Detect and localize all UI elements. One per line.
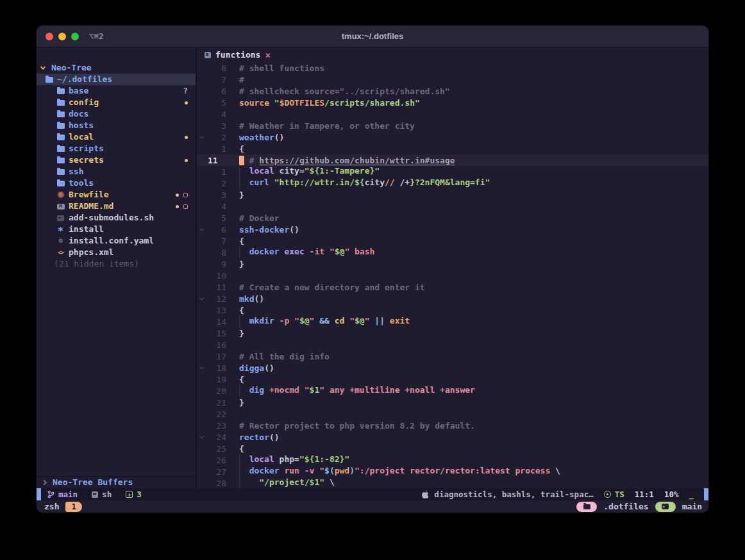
shell-icon: [56, 214, 65, 222]
code-line-19[interactable]: 10: [197, 270, 708, 281]
code-line-35[interactable]: 26local php="${1:-82}": [197, 454, 708, 466]
code-line-24[interactable]: 15}: [197, 327, 708, 339]
code-line-14[interactable]: 5# Docker: [197, 212, 708, 224]
lsp-servers-indicator: diagnosticls, bashls, trail-spac…: [416, 490, 598, 499]
tmux-window-index-badge[interactable]: 1: [65, 502, 82, 512]
treesitter-indicator: TS: [599, 490, 630, 499]
git-modified-dot-icon: [185, 159, 188, 162]
sidebar-item-ssh[interactable]: ssh: [37, 166, 196, 177]
code-line-1[interactable]: 8# shell functions: [197, 62, 708, 74]
code-line-36[interactable]: 27docker run -v "$(pwd)":/project rector…: [197, 466, 708, 477]
filetype-label: sh: [102, 490, 112, 499]
indent-guide: [239, 166, 249, 177]
code-line-25[interactable]: 16: [197, 339, 708, 350]
code-line-11[interactable]: 2curl "http://wttr.in/${city// /+}?2nFQM…: [197, 177, 708, 189]
minimize-window-button[interactable]: [58, 33, 66, 40]
statusline-right-accent: [704, 488, 708, 500]
code-line-3[interactable]: 6# shellcheck source="../scripts/shared.…: [197, 85, 708, 97]
filetype-indicator: sh: [87, 490, 117, 499]
code-line-18[interactable]: 9}: [197, 258, 708, 270]
sidebar-item-scripts[interactable]: scripts: [37, 143, 196, 154]
fold-chevron-icon: [197, 228, 206, 231]
indent-guide: [239, 454, 249, 466]
line-number: 26: [206, 456, 226, 465]
tab-functions[interactable]: functions: [215, 50, 260, 60]
code-line-2[interactable]: 7#: [197, 74, 708, 85]
code-line-16[interactable]: 7{: [197, 235, 708, 247]
code-line-30[interactable]: 21}: [197, 397, 708, 408]
sidebar-item-add-submodules-sh[interactable]: add-submodules.sh: [37, 212, 196, 224]
line-number: 7: [206, 75, 226, 85]
code-line-8[interactable]: 1{: [197, 143, 708, 154]
code-line-31[interactable]: 22: [197, 408, 708, 420]
code-line-32[interactable]: 23# Rector project to php version 8.2 by…: [197, 420, 708, 431]
git-branch-indicator: main: [41, 490, 83, 499]
code-line-33[interactable]: 24rector(): [197, 431, 708, 443]
code-text: docker exec -it "$@" bash: [226, 247, 374, 258]
sidebar-item-hosts[interactable]: hosts: [37, 120, 196, 131]
code-text: {: [226, 306, 244, 315]
apple-icon: [421, 490, 428, 498]
code-line-27[interactable]: 18digga(): [197, 362, 708, 374]
tmux-session-label: .dotfiles: [603, 502, 648, 511]
code-line-34[interactable]: 25{: [197, 443, 708, 454]
gear-icon: [56, 237, 65, 245]
code-line-37[interactable]: 28 "/project/$1" \: [197, 477, 708, 488]
tab-close-button[interactable]: ×: [265, 50, 270, 60]
line-number: 27: [206, 467, 226, 477]
code-line-5[interactable]: 4: [197, 108, 708, 120]
neo-tree-header[interactable]: Neo-Tree: [37, 62, 196, 74]
code-line-26[interactable]: 17# All the dig info: [197, 350, 708, 362]
line-number: 1: [206, 144, 226, 154]
code-line-20[interactable]: 11# Create a new directory and enter it: [197, 281, 708, 293]
neo-tree-buffers-header[interactable]: Neo-Tree Buffers: [37, 476, 196, 488]
sidebar-item-local[interactable]: local: [37, 131, 196, 143]
line-number: 13: [206, 306, 226, 315]
git-badges: [176, 193, 196, 197]
code-line-29[interactable]: 20dig +nocmd "$1" any +multiline +noall …: [197, 385, 708, 397]
code-text: docker run -v "$(pwd)":/project rector/r…: [226, 466, 560, 477]
git-staged-square-icon: [183, 204, 188, 209]
sidebar-item-label: add-submodules.sh: [69, 212, 154, 224]
code-line-6[interactable]: 3# Weather in Tampere, or other city: [197, 120, 708, 131]
sidebar-item-readme-md[interactable]: README.md: [37, 201, 196, 212]
code-line-22[interactable]: 13{: [197, 304, 708, 316]
line-number: 3: [206, 190, 226, 200]
sidebar-item-base[interactable]: base?: [37, 85, 196, 97]
folder-icon: [56, 179, 65, 187]
code-line-13[interactable]: 4: [197, 201, 708, 212]
code-line-9[interactable]: 11 # https://github.com/chubin/wttr.in#u…: [197, 154, 708, 166]
git-badges: [185, 159, 196, 162]
sidebar-item-install-conf-yaml[interactable]: install.conf.yaml: [37, 235, 196, 247]
sidebar-item-install[interactable]: install: [37, 224, 196, 235]
line-number: 21: [206, 398, 226, 408]
sidebar-item-config[interactable]: config: [37, 97, 196, 108]
sidebar-item-brewfile[interactable]: Brewfile: [37, 189, 196, 201]
code-line-7[interactable]: 2weather(): [197, 131, 708, 143]
code-line-17[interactable]: 8docker exec -it "$@" bash: [197, 247, 708, 258]
sidebar-item-dotfiles-root[interactable]: ~/.dotfiles: [37, 74, 196, 85]
terminal-icon: [662, 504, 669, 509]
code-line-4[interactable]: 5source "$DOTFILES/scripts/shared.sh": [197, 97, 708, 108]
zoom-window-button[interactable]: [71, 33, 79, 40]
sidebar-item-secrets[interactable]: secrets: [37, 154, 196, 166]
code-line-10[interactable]: 1local city="${1:-Tampere}": [197, 166, 708, 177]
code-line-12[interactable]: 3}: [197, 189, 708, 201]
screen: ⌥⌘2 tmux:~/.dotfiles Neo-Tree ~/.dotfile…: [0, 0, 745, 560]
folder-icon: [56, 156, 65, 164]
close-window-button[interactable]: [46, 33, 53, 40]
sidebar-spacer: [37, 47, 196, 62]
indent-guide: [239, 247, 249, 258]
code-text: # shell functions: [226, 63, 324, 73]
sidebar-item-label: config: [69, 97, 99, 108]
sidebar-item-tools[interactable]: tools: [37, 177, 196, 189]
sidebar-item-21-hidden-items[interactable]: (21 hidden items): [37, 258, 196, 270]
code-line-15[interactable]: 6ssh-docker(): [197, 224, 708, 235]
sidebar-item-docs[interactable]: docs: [37, 108, 196, 120]
line-number: 6: [206, 225, 226, 235]
tmux-session-badge: [576, 502, 597, 512]
code-line-28[interactable]: 19{: [197, 374, 708, 385]
code-line-21[interactable]: 12mkd(): [197, 293, 708, 304]
code-line-23[interactable]: 14mkdir -p "$@" && cd "$@" || exit: [197, 316, 708, 327]
sidebar-item-phpcs-xml[interactable]: phpcs.xml: [37, 247, 196, 258]
